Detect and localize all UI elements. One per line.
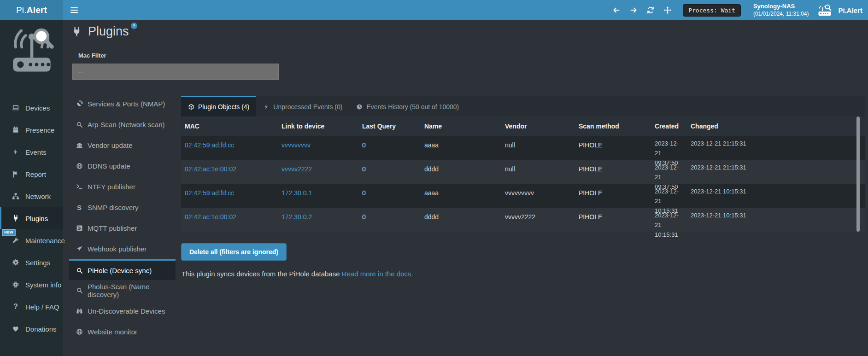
bolt-icon: [263, 104, 270, 110]
plugin-menu-item-vendor-update[interactable]: Vendor update: [69, 135, 176, 156]
cell-changed: 2023-12-21 10:15:31: [687, 184, 865, 197]
cell-link: 172.30.0.1: [278, 184, 358, 198]
search-icon: [75, 121, 83, 128]
sitemap-icon: [11, 193, 20, 200]
rss-square-icon: [75, 225, 83, 232]
host-name: Synology-NAS: [753, 3, 809, 11]
plug-icon: [11, 215, 20, 222]
plugin-menu-item-ntfy-publisher[interactable]: NTFY publisher: [69, 176, 176, 197]
sidebar-item-devices[interactable]: Devices: [0, 97, 63, 119]
tab-unprocessed-events-0[interactable]: Unprocessed Events (0): [256, 96, 349, 117]
device-link[interactable]: vvvvv2222: [282, 165, 312, 173]
terminal-icon: [75, 183, 83, 190]
read-more-link[interactable]: Read more in the docs.: [342, 270, 413, 278]
back-arrow-icon[interactable]: [611, 5, 622, 16]
sidebar-item-network[interactable]: Network: [0, 185, 63, 207]
device-link[interactable]: vvvvvvvvv: [282, 141, 311, 149]
hamburger-menu-icon[interactable]: [63, 0, 85, 20]
sidebar-menu: DevicesPresenceEventsReportNetworkPlugin…: [0, 97, 63, 340]
plugin-menu-item-arp-scan-network-scan[interactable]: Arp-Scan (Network scan): [69, 114, 176, 135]
app-logo[interactable]: Pi.Alert: [0, 0, 63, 20]
plugin-description: This plugin syncs devices from the PiHol…: [182, 270, 413, 278]
plugin-menu: Services & Ports (NMAP)Arp-Scan (Network…: [69, 93, 176, 342]
sidebar-item-help-faq[interactable]: ?Help / FAQ: [0, 296, 63, 318]
flag-icon: [11, 170, 20, 178]
plugin-menu-item-services-ports-nmap[interactable]: Services & Ports (NMAP): [69, 93, 176, 114]
cell-name: aaaa: [421, 184, 501, 198]
table-row: 02:42:59:ad:fd:cc172.30.0.10aaaavvvvvvvv…: [181, 184, 865, 208]
sidebar-item-settings[interactable]: Settings: [0, 251, 63, 274]
plugin-menu-item-mqtt-publisher[interactable]: MQTT publisher: [69, 218, 176, 239]
sidebar-item-donations[interactable]: Donations: [0, 318, 63, 340]
tab-events-history-50-out-of-10000[interactable]: Events History (50 out of 10000): [349, 96, 466, 117]
cell-mac: 02:42:59:ad:fd:cc: [181, 136, 278, 150]
forward-arrow-icon[interactable]: [628, 5, 639, 16]
new-badge: NEW: [2, 229, 16, 236]
plugin-menu-label: Services & Ports (NMAP): [88, 100, 165, 108]
plug-icon: [71, 25, 82, 38]
plugin-menu-label: SNMP discovery: [88, 204, 139, 211]
cell-name: dddd: [421, 160, 501, 174]
help-badge[interactable]: ?: [131, 23, 137, 29]
mac-link[interactable]: 02:42:59:ad:fd:cc: [185, 141, 234, 149]
host-info: Synology-NAS (01/01/2024, 11:31:04): [753, 3, 809, 18]
plugin-menu-item-webhook-publisher[interactable]: Webhook publisher: [69, 239, 176, 259]
plugin-menu-label: Pholus-Scan (Name discovery): [88, 283, 176, 298]
sidebar-item-report[interactable]: Report: [0, 163, 63, 185]
tab-label: Unprocessed Events (0): [273, 103, 342, 111]
tab-bar: Plugin Objects (4)Unprocessed Events (0)…: [181, 96, 865, 117]
column-header-mac: MAC: [181, 123, 278, 130]
sidebar-item-label: Donations: [25, 325, 57, 333]
page-title-row: Plugins ?: [71, 24, 137, 39]
top-header: Pi.Alert Process: Wait Synology-NAS (01/…: [0, 0, 868, 20]
mac-link[interactable]: 02:42:ac:1e:00:02: [185, 213, 236, 221]
plugin-menu-item-ddns-update[interactable]: DDNS update: [69, 156, 176, 176]
plugin-menu-item-pholus-scan-name-discovery[interactable]: Pholus-Scan (Name discovery): [69, 280, 176, 301]
laptop-icon: [11, 104, 20, 111]
cube-icon: [188, 104, 194, 110]
sidebar-item-presence[interactable]: Presence: [0, 119, 63, 141]
refresh-icon[interactable]: [645, 5, 656, 16]
plugin-menu-label: Vendor update: [88, 141, 133, 149]
gear-icon: [11, 259, 20, 266]
chip-icon: [11, 281, 20, 288]
plugin-menu-label: PiHole (Device sync): [88, 267, 152, 274]
mac-filter-input[interactable]: [72, 64, 279, 80]
cell-vendor: null: [501, 160, 575, 174]
wrench-icon: [11, 237, 20, 244]
bank-icon: [75, 142, 83, 149]
sidebar-item-label: Presence: [25, 126, 54, 134]
mac-filter-label: Mac Filter: [78, 52, 106, 59]
delete-all-button[interactable]: Delete all (filters are ignored): [181, 243, 287, 261]
tab-plugin-objects-4[interactable]: Plugin Objects (4): [181, 96, 256, 117]
page-title: Plugins: [88, 24, 129, 39]
cell-scan-method: PIHOLE: [575, 184, 651, 198]
mac-link[interactable]: 02:42:59:ad:fd:cc: [185, 189, 234, 197]
cell-name: aaaa: [421, 136, 501, 150]
table-header-row: MACLink to deviceLast QueryNameVendorSca…: [181, 117, 865, 136]
mac-link[interactable]: 02:42:ac:1e:00:02: [185, 165, 236, 173]
move-icon[interactable]: [662, 5, 673, 16]
plugin-menu-item-snmp-discovery[interactable]: SSNMP discovery: [69, 197, 176, 218]
column-header-link-to-device: Link to device: [278, 123, 358, 130]
cell-changed: 2023-12-21 21:15:31: [687, 136, 865, 149]
sidebar-item-events[interactable]: Events: [0, 141, 63, 163]
cell-scan-method: PIHOLE: [575, 208, 651, 222]
sidebar-item-plugins[interactable]: Plugins: [0, 207, 63, 229]
sidebar-item-label: Network: [25, 193, 51, 200]
device-link[interactable]: 172.30.0.2: [282, 213, 312, 221]
sidebar-item-maintenance[interactable]: MaintenanceNEW: [0, 229, 63, 251]
cell-vendor: null: [501, 136, 575, 150]
process-status-badge: Process: Wait: [683, 4, 741, 17]
sidebar-item-label: Help / FAQ: [25, 303, 59, 311]
cell-last-query: 0: [358, 136, 421, 150]
plugin-menu-item-website-monitor[interactable]: Website monitor: [69, 321, 176, 342]
device-link[interactable]: 172.30.0.1: [282, 189, 312, 197]
column-header-changed: Changed: [687, 123, 865, 130]
cell-changed: 2023-12-21 10:15:31: [687, 208, 865, 221]
sidebar-item-system-info[interactable]: System info: [0, 274, 63, 296]
binoculars-icon: [75, 308, 83, 315]
table-scrollbar[interactable]: [856, 117, 860, 232]
plugin-menu-item-un-discoverable-devices[interactable]: Un-Discoverable Devices: [69, 301, 176, 321]
plugin-menu-item-pihole-device-sync[interactable]: PiHole (Device sync): [69, 259, 176, 280]
